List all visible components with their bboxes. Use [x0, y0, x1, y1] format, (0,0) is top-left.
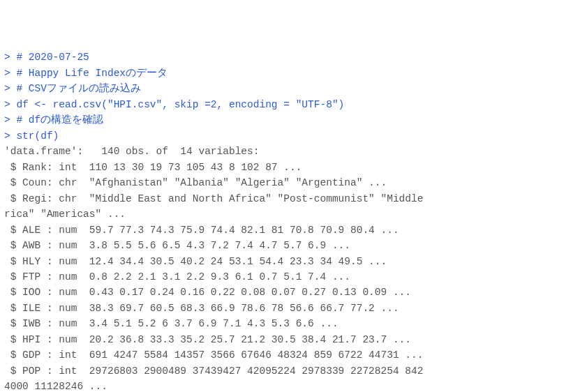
console-output-line: $ Coun: chr "Afghanistan" "Albania" "Alg… — [4, 175, 576, 190]
input-text: str(df) — [16, 130, 59, 142]
output-text: $ FTP : num 0.8 2.2 2.1 3.1 2.2 9.3 6.1 … — [4, 271, 350, 282]
r-console[interactable]: > # 2020-07-25> # Happy Life Indexのデータ> … — [4, 50, 576, 392]
output-text: rica" "Americas" ... — [4, 209, 126, 220]
console-input-line: > df <- read.csv("HPI.csv", skip =2, enc… — [4, 97, 576, 112]
output-text: $ HPI : num 20.2 36.8 33.3 35.2 25.7 21.… — [4, 334, 411, 345]
input-text: # dfの構造を確認 — [16, 114, 103, 126]
console-output-line: $ HLY : num 12.4 34.4 30.5 40.2 24 53.1 … — [4, 254, 576, 269]
console-output-line: $ Rank: int 110 13 30 19 73 105 43 8 102… — [4, 160, 576, 175]
console-input-line: > # 2020-07-25 — [4, 50, 576, 65]
output-text: $ GDP : int 691 4247 5584 14357 3566 676… — [4, 349, 423, 361]
output-text: $ IWB : num 3.4 5.1 5.2 6 3.7 6.9 7.1 4.… — [4, 318, 339, 329]
console-output-line: rica" "Americas" ... — [4, 206, 576, 222]
console-input-line: > # dfの構造を確認 — [4, 112, 576, 128]
input-text: # CSVファイルの読み込み — [16, 83, 141, 94]
prompt-glyph: > — [4, 114, 16, 126]
output-text: 4000 11128246 ... — [4, 381, 107, 392]
prompt-glyph: > — [4, 68, 16, 79]
output-text: $ Coun: chr "Afghanistan" "Albania" "Alg… — [4, 177, 387, 188]
console-input-line: > # Happy Life Indexのデータ — [4, 66, 576, 81]
output-text: $ ILE : num 38.3 69.7 60.5 68.3 66.9 78.… — [4, 303, 399, 314]
console-output-line: $ IWB : num 3.4 5.1 5.2 6 3.7 6.9 7.1 4.… — [4, 316, 576, 331]
output-text: 'data.frame': 140 obs. of 14 variables: — [4, 146, 259, 157]
output-text: $ POP : int 29726803 2900489 37439427 42… — [4, 365, 423, 377]
console-output-line: $ Regi: chr "Middle East and North Afric… — [4, 191, 576, 206]
console-output-line: $ ALE : num 59.7 77.3 74.3 75.9 74.4 82.… — [4, 223, 576, 238]
console-output-line: $ HPI : num 20.2 36.8 33.3 35.2 25.7 21.… — [4, 332, 576, 347]
console-input-line: > # CSVファイルの読み込み — [4, 81, 576, 96]
output-text: $ ALE : num 59.7 77.3 74.3 75.9 74.4 82.… — [4, 225, 399, 236]
console-output-line: $ IOO : num 0.43 0.17 0.24 0.16 0.22 0.0… — [4, 285, 576, 300]
output-text: $ AWB : num 3.8 5.5 5.6 6.5 4.3 7.2 7.4 … — [4, 240, 350, 251]
console-output-line: $ AWB : num 3.8 5.5 5.6 6.5 4.3 7.2 7.4 … — [4, 238, 576, 253]
input-text: # Happy Life Indexのデータ — [16, 68, 168, 79]
output-text: $ HLY : num 12.4 34.4 30.5 40.2 24 53.1 … — [4, 256, 387, 267]
console-output-line: $ GDP : int 691 4247 5584 14357 3566 676… — [4, 347, 576, 363]
input-text: df <- read.csv("HPI.csv", skip =2, encod… — [16, 99, 344, 110]
prompt-glyph: > — [4, 83, 16, 94]
prompt-glyph: > — [4, 130, 16, 142]
console-input-line: > str(df) — [4, 128, 576, 144]
output-text: $ Regi: chr "Middle East and North Afric… — [4, 193, 423, 204]
prompt-glyph: > — [4, 99, 16, 110]
console-output-line: 4000 11128246 ... — [4, 379, 576, 392]
console-output-line: $ POP : int 29726803 2900489 37439427 42… — [4, 363, 576, 379]
input-text: # 2020-07-25 — [16, 52, 89, 63]
console-output-line: 'data.frame': 140 obs. of 14 variables: — [4, 144, 576, 159]
console-output-line: $ FTP : num 0.8 2.2 2.1 3.1 2.2 9.3 6.1 … — [4, 269, 576, 285]
console-output-line: $ ILE : num 38.3 69.7 60.5 68.3 66.9 78.… — [4, 301, 576, 316]
output-text: $ IOO : num 0.43 0.17 0.24 0.16 0.22 0.0… — [4, 287, 411, 298]
prompt-glyph: > — [4, 52, 16, 63]
output-text: $ Rank: int 110 13 30 19 73 105 43 8 102… — [4, 162, 302, 173]
